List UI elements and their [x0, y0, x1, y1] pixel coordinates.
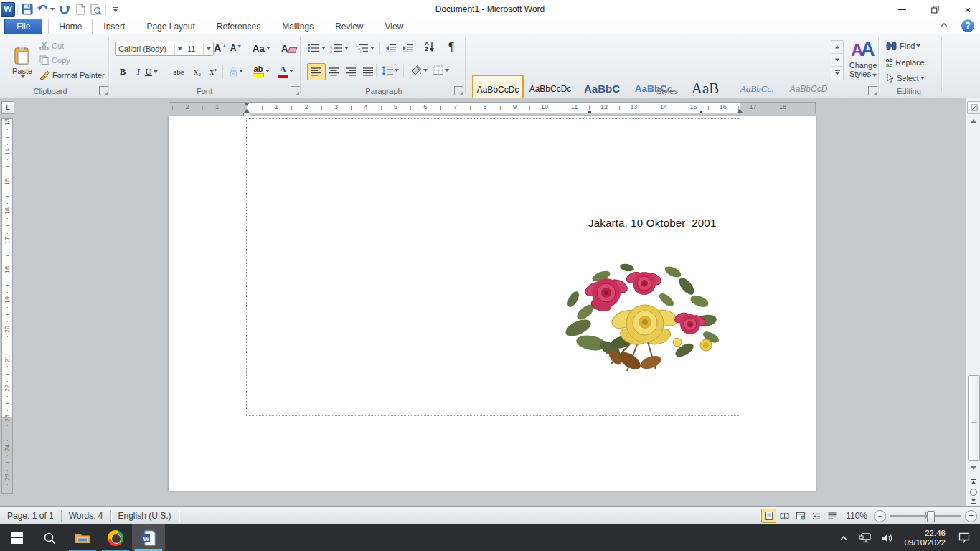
bullets-button[interactable]: [307, 41, 326, 55]
borders-button[interactable]: [433, 63, 449, 77]
font-size-dropdown[interactable]: [203, 43, 213, 55]
minimize-button[interactable]: [891, 1, 913, 18]
page-count-indicator[interactable]: Page: 1 of 1: [0, 507, 61, 525]
tab-references[interactable]: References: [206, 19, 271, 35]
tab-home[interactable]: Home: [48, 19, 93, 35]
ruler-dot: [7, 174, 8, 174]
zoom-slider[interactable]: [890, 510, 961, 522]
tab-page-layout[interactable]: Page Layout: [136, 19, 205, 35]
draft-view-button[interactable]: [824, 509, 839, 523]
web-layout-view-button[interactable]: [793, 509, 808, 523]
tab-review[interactable]: Review: [324, 19, 374, 35]
font-size-combo[interactable]: 11: [184, 42, 214, 56]
show-hidden-icons-button[interactable]: [835, 535, 852, 541]
clear-formatting-button[interactable]: A: [281, 41, 296, 55]
font-family-combo[interactable]: Calibri (Body): [115, 42, 185, 56]
change-case-button[interactable]: Aa: [253, 41, 270, 55]
search-button[interactable]: [33, 524, 66, 551]
right-indent-marker[interactable]: [737, 109, 743, 113]
taskbar-word-button[interactable]: W: [132, 524, 165, 551]
tab-stop-marker[interactable]: [588, 111, 591, 113]
window-title: Document1 - Microsoft Word: [0, 0, 980, 19]
change-styles-button[interactable]: AA ChangeStyles: [845, 39, 881, 86]
find-button[interactable]: Find: [884, 40, 923, 52]
select-button[interactable]: Select: [884, 72, 927, 84]
font-family-dropdown[interactable]: [174, 43, 184, 55]
text-highlight-color-button[interactable]: ab: [253, 64, 270, 78]
replace-button[interactable]: abac Replace: [884, 56, 927, 69]
restore-button[interactable]: [924, 1, 946, 18]
scrollbar-thumb[interactable]: [968, 375, 980, 461]
bold-button[interactable]: B: [116, 65, 129, 79]
minimize-ribbon-button[interactable]: [940, 22, 948, 28]
zoom-out-button[interactable]: −: [874, 510, 886, 522]
previous-page-button[interactable]: [967, 476, 979, 487]
taskbar-file-explorer-button[interactable]: [66, 524, 99, 551]
underline-button[interactable]: U: [145, 65, 158, 79]
styles-gallery-more-button[interactable]: [831, 67, 843, 79]
zoom-level-button[interactable]: 110%: [840, 511, 873, 521]
justify-button[interactable]: [359, 63, 377, 80]
align-left-button[interactable]: [307, 63, 326, 80]
increase-indent-button[interactable]: [402, 41, 415, 55]
tab-stop-marker[interactable]: [700, 111, 702, 113]
styles-scroll-up-button[interactable]: [831, 41, 843, 54]
styles-dialog-launcher[interactable]: [868, 86, 877, 95]
numbering-button[interactable]: 123: [330, 41, 349, 55]
action-center-button[interactable]: [953, 532, 976, 543]
shading-button[interactable]: [410, 63, 428, 77]
align-center-button[interactable]: [324, 63, 343, 80]
full-screen-reading-view-button[interactable]: [777, 509, 792, 523]
tab-stop-selector[interactable]: L: [1, 101, 14, 114]
taskbar-chrome-button[interactable]: [99, 524, 132, 551]
scroll-up-button[interactable]: [967, 115, 979, 126]
font-color-button[interactable]: A: [278, 64, 293, 78]
language-indicator[interactable]: English (U.S.): [111, 507, 179, 525]
paste-button[interactable]: Paste: [4, 37, 40, 88]
sort-button[interactable]: AZ: [423, 39, 436, 54]
next-page-button[interactable]: [967, 496, 979, 506]
clipboard-dialog-launcher[interactable]: [99, 86, 108, 95]
font-color-letter: A: [280, 65, 286, 75]
superscript-button[interactable]: x²: [207, 65, 220, 79]
strikethrough-button[interactable]: abe: [172, 65, 185, 79]
subscript-button[interactable]: x₂: [191, 65, 204, 79]
scroll-down-button[interactable]: [967, 462, 979, 474]
print-layout-view-button[interactable]: [761, 509, 776, 523]
shrink-font-button[interactable]: A▼: [230, 41, 242, 55]
zoom-in-button[interactable]: +: [965, 510, 977, 522]
vertical-scrollbar[interactable]: [966, 98, 980, 506]
italic-button[interactable]: I: [132, 65, 145, 79]
rose-bouquet-image[interactable]: [558, 256, 723, 378]
tab-mailings[interactable]: Mailings: [271, 19, 324, 35]
format-painter-button[interactable]: Format Painter: [37, 69, 107, 82]
outline-view-button[interactable]: [809, 509, 824, 523]
help-button[interactable]: ?: [961, 19, 974, 32]
network-tray-icon[interactable]: [855, 533, 875, 543]
cut-button[interactable]: Cut: [37, 39, 66, 52]
ruler-dot: [284, 108, 285, 108]
zoom-slider-thumb[interactable]: [927, 511, 935, 522]
tab-file[interactable]: File: [4, 19, 42, 35]
copy-button[interactable]: Copy: [37, 54, 72, 66]
taskbar-clock[interactable]: 22.46 09/10/2022: [900, 529, 950, 547]
tab-view[interactable]: View: [374, 19, 415, 35]
align-right-button[interactable]: [341, 63, 360, 80]
volume-tray-icon[interactable]: [878, 533, 897, 543]
font-dialog-launcher[interactable]: [291, 86, 300, 95]
ruler-toggle-button[interactable]: [967, 101, 980, 114]
multilevel-list-button[interactable]: 1ai: [356, 41, 374, 55]
document-page[interactable]: Jakarta, 10 Oktober 2001: [169, 116, 816, 491]
word-count-indicator[interactable]: Words: 4: [62, 507, 110, 525]
close-button[interactable]: ×: [957, 1, 979, 18]
first-line-indent-marker[interactable]: [244, 103, 250, 106]
show-hide-paragraph-button[interactable]: ¶: [445, 39, 458, 54]
grow-font-button[interactable]: A▲: [214, 41, 227, 55]
decrease-indent-button[interactable]: [385, 41, 397, 55]
line-spacing-button[interactable]: [382, 63, 399, 77]
start-button[interactable]: [0, 524, 33, 551]
paragraph-dialog-launcher[interactable]: [454, 86, 463, 95]
tab-insert[interactable]: Insert: [93, 19, 136, 35]
text-effects-button[interactable]: A: [230, 64, 243, 78]
styles-scroll-down-button[interactable]: [831, 54, 843, 67]
